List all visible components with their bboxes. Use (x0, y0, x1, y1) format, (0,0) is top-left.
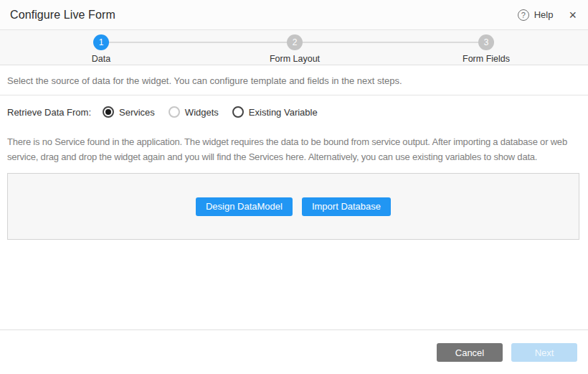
close-icon[interactable]: × (569, 9, 577, 22)
service-actions-panel: Design DataModel Import Database (7, 173, 579, 240)
cancel-button[interactable]: Cancel (437, 343, 503, 362)
step-number-badge: 2 (287, 34, 303, 50)
step-description: Select the source of data for the widget… (0, 66, 588, 95)
wizard-stepper: 1 Data 2 Form Layout 3 Form Fields (0, 30, 588, 65)
dialog-title: Configure Live Form (10, 9, 115, 22)
design-datamodel-button[interactable]: Design DataModel (196, 197, 293, 216)
dialog-header: Configure Live Form ? Help × (0, 0, 588, 30)
radio-services[interactable]: Services (103, 106, 155, 118)
radio-existing-variable[interactable]: Existing Variable (232, 106, 318, 118)
step-label: Form Layout (245, 54, 345, 64)
step-form-fields[interactable]: 3 Form Fields (436, 34, 536, 64)
help-button[interactable]: ? Help (518, 9, 554, 21)
radio-label: Existing Variable (249, 107, 318, 118)
footer-actions: Cancel Next (437, 343, 577, 362)
radio-label: Services (119, 107, 155, 118)
step-description-text: Select the source of data for the widget… (7, 75, 402, 86)
retrieve-data-label: Retrieve Data From: (7, 107, 94, 118)
no-service-message: There is no Service found in the applica… (7, 134, 582, 164)
step-number-badge: 3 (478, 34, 494, 50)
step-label: Form Fields (436, 54, 536, 64)
header-actions: ? Help × (518, 9, 577, 22)
radio-unselected-icon (232, 106, 244, 118)
help-icon: ? (518, 9, 529, 21)
next-button[interactable]: Next (511, 343, 577, 362)
retrieve-data-row: Retrieve Data From: Services Widgets Exi… (0, 95, 588, 128)
step-number-badge: 1 (93, 34, 109, 50)
import-database-button[interactable]: Import Database (302, 197, 391, 216)
footer-divider (0, 329, 588, 330)
step-data[interactable]: 1 Data (51, 34, 151, 64)
help-label: Help (534, 9, 554, 20)
radio-selected-icon (103, 106, 114, 118)
step-form-layout[interactable]: 2 Form Layout (245, 34, 345, 64)
radio-label: Widgets (185, 107, 219, 118)
radio-widgets[interactable]: Widgets (169, 106, 219, 118)
radio-unselected-icon (169, 106, 180, 118)
step-label: Data (51, 54, 151, 64)
